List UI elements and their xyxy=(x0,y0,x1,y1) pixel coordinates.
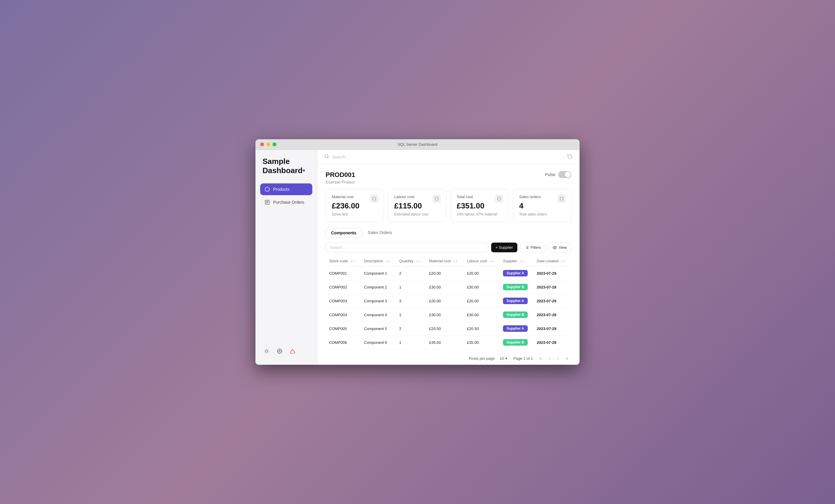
cell-material-cost: £30.00 xyxy=(425,308,463,322)
search-input[interactable] xyxy=(332,154,564,159)
product-info: PROD001 Example Product xyxy=(326,171,355,184)
svg-point-4 xyxy=(265,350,268,352)
cell-labour-cost: £20.50 xyxy=(464,322,500,336)
cell-date-created: 2023-07-28 xyxy=(533,280,571,294)
metric-icon-sales xyxy=(557,195,566,203)
cell-supplier: Supplier A xyxy=(500,267,533,280)
first-page-button[interactable]: « xyxy=(536,354,545,362)
rows-per-page: Rows per page 10 ▾ xyxy=(469,355,510,362)
content-area: PROD001 Example Product Pulse Material c… xyxy=(317,150,579,365)
warning-icon[interactable] xyxy=(288,347,297,355)
cell-date-created: 2023-07-29 xyxy=(533,294,571,308)
theme-icon[interactable] xyxy=(263,347,271,355)
sort-arrows-description: ▲▼ xyxy=(385,260,390,262)
cell-date-created: 2023-07-28 xyxy=(533,308,571,322)
titlebar: SQL Server Dashboard xyxy=(256,139,579,150)
table-toolbar: + Supplier Filters xyxy=(326,243,571,252)
last-page-button[interactable]: » xyxy=(563,354,571,362)
topbar-right xyxy=(567,153,572,160)
page-nav: « ‹ › » xyxy=(536,354,571,362)
components-table: Stock code ▲▼ Description ▲▼ Quantity ▲▼ xyxy=(326,256,571,350)
products-icon xyxy=(264,186,270,192)
sort-arrows-date-created: ▲▼ xyxy=(561,260,566,262)
col-labour-cost[interactable]: Labour cost ▲▼ xyxy=(464,256,500,267)
metric-sub-material: Some text xyxy=(332,212,378,216)
svg-line-17 xyxy=(328,157,328,158)
cell-description: Component 3 xyxy=(361,294,396,308)
product-header: PROD001 Example Product Pulse xyxy=(317,164,579,189)
history-icon[interactable] xyxy=(567,154,572,160)
next-page-button[interactable]: › xyxy=(554,354,563,362)
svg-point-13 xyxy=(279,351,281,352)
purchase-orders-label: Purchase Orders xyxy=(273,200,304,205)
metric-value-total: £351.00 xyxy=(457,202,503,210)
table-row: COMP001 Component 1 2 £20.00 £20.00 Supp… xyxy=(326,267,571,280)
search-icon xyxy=(324,154,329,160)
filters-label: Filters xyxy=(531,245,541,250)
rows-per-page-select[interactable]: 10 ▾ xyxy=(497,355,510,362)
table-section: + Supplier Filters xyxy=(317,243,579,365)
sidebar-item-products[interactable]: Products xyxy=(260,183,312,195)
logo-text: Sample Dashboard• xyxy=(263,157,310,175)
cell-labour-cost: £30.00 xyxy=(464,280,500,294)
tab-sales-orders[interactable]: Sales Orders xyxy=(363,228,398,238)
table-row: COMP002 Component 2 1 £30.00 £30.00 Supp… xyxy=(326,280,571,294)
svg-line-8 xyxy=(268,353,268,353)
view-button[interactable]: View xyxy=(548,243,571,252)
cell-quantity: 2 xyxy=(396,267,426,280)
metric-card-material-cost: Material cost £236.00 Some text xyxy=(326,189,384,222)
prev-page-button[interactable]: ‹ xyxy=(545,354,554,362)
product-id: PROD001 xyxy=(326,171,355,179)
page-info: Page 1 of 1 xyxy=(513,356,533,361)
sidebar-footer xyxy=(260,345,312,358)
col-stock-code[interactable]: Stock code ▲▼ xyxy=(326,256,361,267)
logo-dot: • xyxy=(303,166,305,175)
col-material-cost[interactable]: Material cost ▲▼ xyxy=(425,256,463,267)
rows-chevron-icon: ▾ xyxy=(505,356,507,361)
sort-arrows-supplier: ▲▼ xyxy=(520,260,524,262)
view-icon xyxy=(553,246,557,250)
pulse-toggle-switch[interactable] xyxy=(558,171,571,178)
cell-labour-cost: £20.00 xyxy=(464,267,500,280)
cell-description: Component 5 xyxy=(361,322,396,336)
metric-icon-total xyxy=(495,195,503,203)
cell-date-created: 2023-07-29 xyxy=(533,267,571,280)
metric-sub-total: 33% labour, 67% material xyxy=(457,212,503,216)
col-quantity[interactable]: Quantity ▲▼ xyxy=(396,256,426,267)
cell-quantity: 2 xyxy=(396,322,426,336)
col-supplier[interactable]: Supplier ▲▼ xyxy=(500,256,533,267)
col-date-created[interactable]: Date created ▲▼ xyxy=(533,256,571,267)
rows-per-page-value: 10 xyxy=(500,356,504,361)
cell-material-cost: £20.50 xyxy=(425,322,463,336)
tab-components[interactable]: Components xyxy=(326,228,362,238)
supplier-badge: Supplier B xyxy=(503,312,528,318)
settings-icon[interactable] xyxy=(276,347,284,355)
svg-point-16 xyxy=(325,154,328,158)
metric-icon-material xyxy=(370,195,378,203)
metric-card-labour-cost: Labour cost £115.00 Estimated labour cos… xyxy=(388,189,446,222)
maximize-button[interactable] xyxy=(272,143,277,146)
cell-material-cost: £35.00 xyxy=(425,336,463,350)
cell-stock-code: COMP006 xyxy=(326,336,361,350)
cell-stock-code: COMP005 xyxy=(326,322,361,336)
sort-arrows-labour-cost: ▲▼ xyxy=(489,260,494,262)
cell-description: Component 1 xyxy=(361,267,396,280)
table-row: COMP003 Component 3 3 £20.00 £20.00 Supp… xyxy=(326,294,571,308)
table-search-input[interactable] xyxy=(326,243,488,252)
metric-sub-sales: Total sales orders xyxy=(519,212,565,216)
cell-supplier: Supplier B xyxy=(500,280,533,294)
supplier-badge: Supplier A xyxy=(503,298,528,304)
filters-button[interactable]: Filters xyxy=(520,243,545,252)
metric-card-total-cost: Total cost £351.00 33% labour, 67% mater… xyxy=(450,189,509,222)
sidebar: Sample Dashboard• Products xyxy=(256,150,317,365)
topbar xyxy=(317,150,579,164)
pulse-toggle-container: Pulse xyxy=(545,171,571,178)
close-button[interactable] xyxy=(260,143,264,146)
app-window: SQL Server Dashboard Sample Dashboard• xyxy=(256,139,579,365)
add-supplier-button[interactable]: + Supplier xyxy=(491,243,517,252)
minimize-button[interactable] xyxy=(266,143,270,146)
sort-arrows-quantity: ▲▼ xyxy=(416,260,421,262)
metric-icon-labour xyxy=(432,195,441,203)
col-description[interactable]: Description ▲▼ xyxy=(361,256,396,267)
sidebar-item-purchase-orders[interactable]: Purchase Orders xyxy=(260,196,312,208)
